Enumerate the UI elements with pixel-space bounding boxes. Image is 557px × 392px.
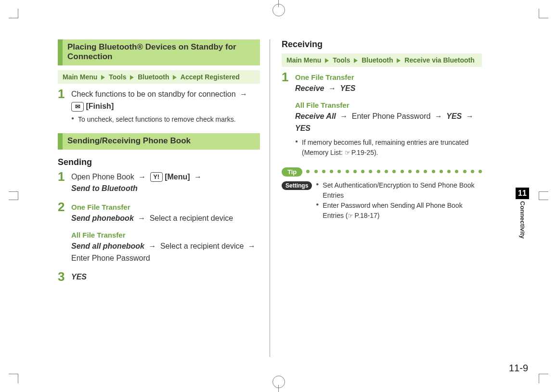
step-command: YES [340,84,355,92]
step-note: To uncheck, select functions to remove c… [71,114,260,125]
step-1-sending: 1 Open Phone Book → Y! [Menu] → Send to … [58,171,260,195]
breadcrumb-receive: Main Menu Tools Bluetooth Receive via Bl… [282,53,482,67]
arrow-icon: → [466,112,474,120]
crop-mark [9,9,18,18]
fold-mark-top [272,4,285,16]
step-command: YES [446,112,462,120]
one-file-transfer-label: One File Transfer [295,72,482,83]
step-text: Open Phone Book [71,173,134,181]
step-2-sending: 2 One File Transfer Send phonebook → Sel… [58,202,260,265]
step-number: 3 [58,270,71,283]
arrow-icon: → [194,173,202,181]
settings-badge: Settings [282,181,312,190]
step-command: YES [295,124,311,132]
breadcrumb-separator-icon [130,75,134,80]
step-command: Receive [295,84,324,92]
section-heading-sending-receiving: Sending/Receiving Phone Book [58,133,260,150]
chapter-label: Connectivity [519,201,526,239]
all-file-transfer-label: All File Transfer [295,100,482,111]
crop-mark [539,191,548,200]
step-note: If memory becomes full, remaining entrie… [295,138,482,158]
pointer-icon: ☞ [345,149,350,156]
step-command: Send phonebook [71,214,134,222]
step-1: 1 Check functions to be on standby for c… [58,89,260,125]
tip-divider: Tip [282,167,482,177]
all-file-transfer-label: All File Transfer [71,229,260,240]
tip-dots [306,170,482,174]
y-key-icon: Y! [150,172,163,182]
step-number: 2 [58,201,71,213]
arrow-icon: → [248,242,256,250]
section-heading-text: Sending/Receiving Phone Book [67,136,191,145]
section-heading-standby: Placing Bluetooth® Devices on Standby fo… [58,39,260,65]
step-number: 1 [282,71,295,83]
breadcrumb-separator-icon [397,58,401,63]
step-command: Send all phonebook [71,242,144,250]
step-text: Enter Phone Password [352,112,431,120]
mail-key-icon: ✉ [71,102,84,112]
breadcrumb-separator-icon [354,58,358,63]
fold-mark-bottom [272,376,285,388]
one-file-transfer-label: One File Transfer [71,202,260,213]
arrow-icon: → [435,112,442,120]
chapter-number: 11 [516,188,529,199]
tip-badge: Tip [282,167,302,177]
crop-mark [539,9,548,18]
step-number: 1 [58,88,71,100]
pointer-icon: ☞ [348,212,353,219]
page-content: Placing Bluetooth® Devices on Standby fo… [58,39,501,357]
step-number: 1 [58,170,71,183]
page-number: 11-9 [509,363,528,374]
arrow-icon: → [240,90,247,98]
breadcrumb-accept-registered: Main Menu Tools Bluetooth Accept Registe… [58,70,260,84]
step-text: Check functions to be on standby for con… [71,90,236,98]
sending-subheading: Sending [58,157,260,167]
arrow-icon: → [138,214,145,222]
settings-item: Enter Password when Sending All Phone Bo… [316,201,482,221]
arrow-icon: → [148,242,156,250]
settings-item: Set Authentication/Encryption to Send Ph… [316,180,482,201]
arrow-icon: → [138,173,146,181]
breadcrumb-separator-icon [325,58,329,63]
step-3-sending: 3 YES [58,271,260,284]
step-command: Send to Bluetooth [71,184,138,192]
step-1-receiving: 1 One File Transfer Receive → YES All Fi… [282,72,482,158]
crop-mark [9,191,18,200]
step-text: Select a recipient device [160,242,244,250]
breadcrumb-separator-icon [101,75,105,80]
settings-tip: Settings Set Authentication/Encryption t… [282,180,482,221]
breadcrumb-separator-icon [173,75,177,80]
step-command: YES [71,273,87,281]
crop-mark [9,374,18,383]
receiving-subheading: Receiving [282,39,482,50]
crop-mark [539,374,548,383]
step-text: Select a recipient device [150,214,233,222]
key-label: [Menu] [165,173,190,181]
chapter-side-tab: 11 Connectivity [516,188,529,239]
section-heading-text: Placing Bluetooth® Devices on Standby fo… [67,42,236,61]
step-text: Enter Phone Password [71,253,260,265]
arrow-icon: → [340,112,348,120]
step-command: Receive All [295,112,336,120]
key-label: [Finish] [86,102,114,110]
arrow-icon: → [328,84,336,92]
